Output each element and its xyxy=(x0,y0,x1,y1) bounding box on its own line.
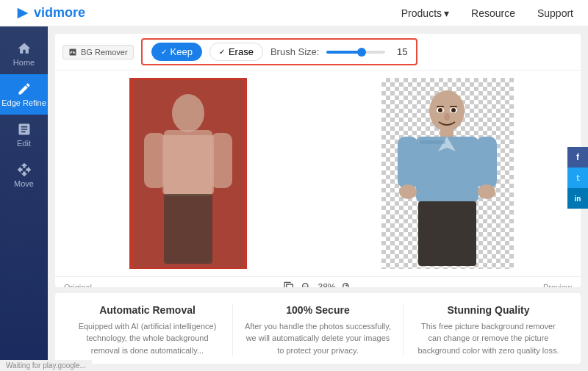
svg-rect-15 xyxy=(476,137,497,188)
nav-resource-label: Resource xyxy=(471,7,515,19)
svg-point-25 xyxy=(444,113,450,120)
bg-remover-label: BG Remover xyxy=(81,48,128,57)
zoom-out-button[interactable] xyxy=(300,281,313,287)
svg-rect-7 xyxy=(210,133,232,188)
content-area: BG Remover ✓ Keep ✓ Erase Brush Size: xyxy=(48,26,588,371)
logo-icon xyxy=(15,5,31,21)
keep-check-icon: ✓ xyxy=(161,48,167,56)
keep-button[interactable]: ✓ Keep xyxy=(151,43,202,61)
preview-image[interactable] xyxy=(381,78,514,269)
zoom-controls: 38% xyxy=(282,281,353,287)
feature-card-1: 100% Secure After you handle the photos … xyxy=(233,304,404,357)
social-bar: f 𝕥 in xyxy=(567,147,588,209)
header: vidmore Products ▾ Resource Support xyxy=(0,0,588,26)
logo: vidmore xyxy=(15,5,85,21)
nav-products-label: Products xyxy=(401,7,442,19)
svg-rect-19 xyxy=(437,106,444,107)
svg-rect-14 xyxy=(398,137,418,188)
svg-rect-13 xyxy=(420,140,445,144)
svg-rect-5 xyxy=(162,135,214,194)
nav-support-label: Support xyxy=(537,7,573,19)
twitter-button[interactable]: 𝕥 xyxy=(567,168,588,188)
logo-v: v xyxy=(34,5,41,20)
svg-marker-0 xyxy=(18,7,29,18)
svg-rect-20 xyxy=(450,106,457,107)
fit-icon[interactable] xyxy=(282,281,295,287)
logo-wordmark: vidmore xyxy=(34,5,85,21)
status-text: Waiting for play.google... xyxy=(6,361,86,370)
feature-card-2: Stunning Quality This free picture backg… xyxy=(404,304,573,357)
main-container: Home Edge Refine Edit M xyxy=(0,26,588,371)
brush-thumb xyxy=(357,48,366,57)
image-area xyxy=(55,71,581,276)
preview-person-svg xyxy=(383,78,512,269)
erase-button[interactable]: ✓ Erase xyxy=(209,43,263,61)
linkedin-button[interactable]: in xyxy=(567,188,588,209)
zoom-in-button[interactable] xyxy=(340,281,354,287)
svg-point-24 xyxy=(451,108,456,112)
preview-label: Preview xyxy=(543,283,572,287)
svg-point-17 xyxy=(478,184,495,199)
svg-rect-18 xyxy=(418,201,476,266)
feature-card-0: Automatic Removal Equipped with AI (arti… xyxy=(62,304,233,357)
home-icon xyxy=(17,41,32,56)
sidebar-edit-label: Edit xyxy=(17,139,31,148)
sidebar-edge-refine-label: Edge Refine xyxy=(1,98,46,107)
svg-rect-8 xyxy=(164,194,212,264)
original-panel xyxy=(62,78,315,269)
editor-panel: BG Remover ✓ Keep ✓ Erase Brush Size: xyxy=(55,34,581,287)
chevron-down-icon: ▾ xyxy=(444,7,449,19)
preview-panel xyxy=(322,78,574,269)
sidebar-move-label: Move xyxy=(14,179,34,188)
original-image[interactable] xyxy=(129,78,247,269)
sidebar-item-move[interactable]: Move xyxy=(0,155,48,195)
svg-point-3 xyxy=(172,94,204,132)
sidebar: Home Edge Refine Edit M xyxy=(0,26,48,371)
brush-size-label: Brush Size: xyxy=(270,46,319,57)
facebook-icon: f xyxy=(576,152,579,162)
sidebar-item-home[interactable]: Home xyxy=(0,34,48,74)
svg-rect-6 xyxy=(144,133,166,188)
nav-products[interactable]: Products ▾ xyxy=(401,7,449,19)
panel-header: BG Remover ✓ Keep ✓ Erase Brush Size: xyxy=(55,34,581,71)
erase-check-icon: ✓ xyxy=(219,48,225,56)
original-label: Original xyxy=(64,283,92,287)
bg-remover-icon xyxy=(68,48,77,57)
move-icon xyxy=(17,162,32,177)
nav-resource[interactable]: Resource xyxy=(471,7,515,19)
main-nav: Products ▾ Resource Support xyxy=(401,7,573,19)
sidebar-home-label: Home xyxy=(13,58,35,67)
feature-title-1: 100% Secure xyxy=(244,304,392,316)
original-person-svg xyxy=(133,80,243,267)
nav-support[interactable]: Support xyxy=(537,7,573,19)
twitter-icon: 𝕥 xyxy=(576,173,580,183)
brush-value: 15 xyxy=(392,46,407,57)
feature-desc-2: This free picture background remover can… xyxy=(415,320,562,357)
sidebar-item-edge-refine[interactable]: Edge Refine xyxy=(0,74,48,115)
edge-refine-icon xyxy=(17,82,32,96)
feature-cards: Automatic Removal Equipped with AI (arti… xyxy=(55,293,581,364)
logo-name: idmore xyxy=(41,5,85,20)
facebook-button[interactable]: f xyxy=(567,147,588,168)
sidebar-item-edit[interactable]: Edit xyxy=(0,115,48,155)
feature-desc-1: After you handle the photos successfully… xyxy=(244,320,392,357)
status-bar: Waiting for play.google... xyxy=(0,360,92,371)
linkedin-icon: in xyxy=(575,195,581,203)
bg-remover-tab[interactable]: BG Remover xyxy=(62,45,134,60)
svg-point-23 xyxy=(438,108,442,112)
zoom-bar: Original 38% Preview xyxy=(55,276,581,287)
feature-title-2: Stunning Quality xyxy=(415,304,562,316)
zoom-level: 38% xyxy=(318,282,335,287)
svg-point-16 xyxy=(399,184,417,199)
erase-label: Erase xyxy=(229,46,254,57)
keep-label: Keep xyxy=(171,46,193,57)
feature-title-0: Automatic Removal xyxy=(74,304,221,316)
edit-icon xyxy=(17,122,32,137)
brush-slider[interactable] xyxy=(326,51,385,54)
toolbar-box: ✓ Keep ✓ Erase Brush Size: 15 xyxy=(141,38,418,65)
feature-desc-0: Equipped with AI (artificial intelligenc… xyxy=(74,320,221,357)
